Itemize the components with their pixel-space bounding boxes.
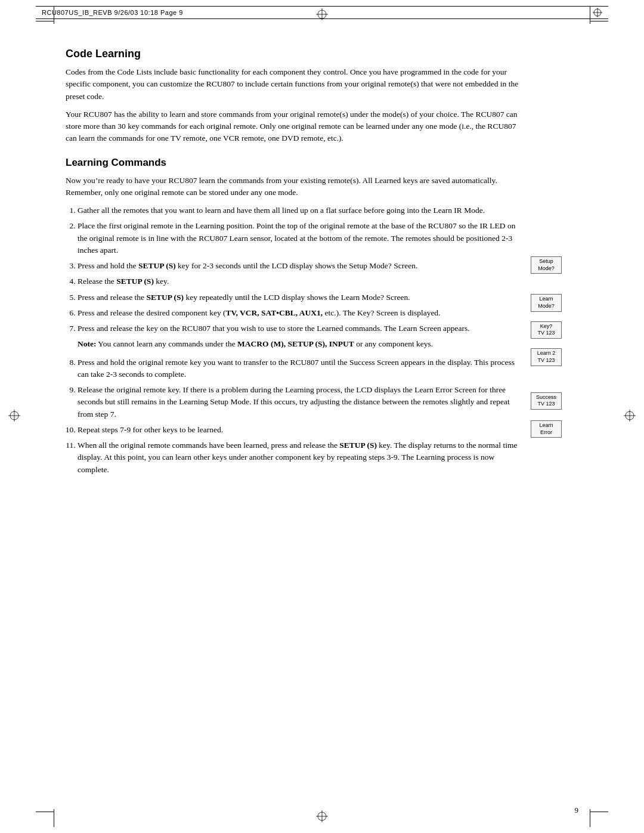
lcd-display-key: Key? TV 123 — [531, 321, 562, 339]
steps-list-continued: Press and hold the original remote key y… — [78, 357, 519, 476]
lcd-learn-mode: Learn Mode? — [531, 294, 578, 314]
step-7: Press and release the key on the RCU807 … — [78, 323, 519, 335]
lcd-display-success: Success TV 123 — [531, 392, 562, 410]
lcd-learn-line1: Learn 2 — [534, 350, 559, 357]
page-content-area: Code Learning Codes from the Code Lists … — [66, 36, 578, 797]
note-paragraph: Note: You cannot learn any commands unde… — [78, 338, 519, 350]
lcd-learn-mode-line1: Learn — [534, 296, 559, 303]
lcd-success-line1: Success — [534, 394, 559, 401]
step-8: Press and hold the original remote key y… — [78, 357, 519, 381]
step-10-text: Repeat steps 7-9 for other keys to be le… — [78, 425, 223, 434]
trim-mark — [36, 812, 54, 812]
lcd-key-line2: TV 123 — [534, 330, 559, 337]
lcd-success-line2: TV 123 — [534, 401, 559, 408]
step-2-text: Place the first original remote in the L… — [78, 221, 515, 255]
lcd-display-learn-mode: Learn Mode? — [531, 294, 562, 311]
step-7-text: Press and release the key on the RCU807 … — [78, 324, 470, 333]
lcd-setup-mode: Setup Mode? — [531, 256, 578, 276]
lcd-key-screen: Key? TV 123 — [531, 321, 578, 341]
lcd-error-line1: Learn — [534, 422, 559, 429]
step-1: Gather all the remotes that you want to … — [78, 205, 519, 216]
learning-commands-heading: Learning Commands — [66, 157, 519, 169]
steps-list: Gather all the remotes that you want to … — [78, 205, 519, 335]
lcd-key-line1: Key? — [534, 323, 559, 330]
trim-mark — [590, 809, 590, 827]
header-bar: RCU807US_IB_REVB 9/26/03 10:18 Page 9 — [36, 6, 608, 19]
step-5-text: Press and release the SETUP (S) key repe… — [78, 293, 410, 302]
step-11-text: When all the original remote commands ha… — [78, 441, 517, 474]
reg-mark-left — [8, 410, 20, 424]
lcd-error-line2: Error — [534, 429, 559, 436]
lcd-display-error: Learn Error — [531, 420, 562, 438]
step-10: Repeat steps 7-9 for other keys to be le… — [78, 424, 519, 436]
step-1-text: Gather all the remotes that you want to … — [78, 206, 485, 215]
page: RCU807US_IB_REVB 9/26/03 10:18 Page 9 Co… — [0, 0, 644, 833]
reg-mark-bottom — [316, 810, 328, 825]
step-9-text: Release the original remote key. If ther… — [78, 385, 510, 419]
sidebar-spacer-1 — [531, 36, 578, 256]
lcd-learn-line2: TV 123 — [534, 357, 559, 364]
lcd-display-setup: Setup Mode? — [531, 256, 562, 274]
lcd-display-learn: Learn 2 TV 123 — [531, 348, 562, 366]
note-label: Note: — [78, 339, 96, 348]
step-9: Release the original remote key. If ther… — [78, 384, 519, 420]
lcd-success-screen: Success TV 123 — [531, 392, 578, 412]
lcd-learn-screen: Learn 2 TV 123 — [531, 348, 578, 368]
step-4: Release the SETUP (S) key. — [78, 275, 519, 287]
step-3-text: Press and hold the SETUP (S) key for 2-3… — [78, 261, 417, 270]
step-8-text: Press and hold the original remote key y… — [78, 358, 515, 379]
step-11: When all the original remote commands ha… — [78, 439, 519, 476]
two-column-layout: Code Learning Codes from the Code Lists … — [66, 36, 578, 482]
lcd-learn-error: Learn Error — [531, 420, 578, 440]
step-5: Press and release the SETUP (S) key repe… — [78, 292, 519, 304]
code-learning-para2: Your RCU807 has the ability to learn and… — [66, 109, 519, 145]
main-text-column: Code Learning Codes from the Code Lists … — [66, 36, 519, 482]
trim-mark — [36, 21, 54, 21]
step-4-text: Release the SETUP (S) key. — [78, 277, 169, 286]
trim-mark — [590, 812, 608, 812]
header-text: RCU807US_IB_REVB 9/26/03 10:18 Page 9 — [42, 9, 183, 16]
step-6: Press and release the desired component … — [78, 307, 519, 319]
step-2: Place the first original remote in the L… — [78, 220, 519, 256]
sidebar-spacer-2 — [531, 281, 578, 294]
trim-mark — [54, 809, 54, 827]
code-learning-heading: Code Learning — [66, 48, 519, 60]
trim-mark — [590, 21, 608, 21]
header-crosshair-icon — [593, 8, 602, 17]
step-3: Press and hold the SETUP (S) key for 2-3… — [78, 260, 519, 272]
lcd-setup-line2: Mode? — [534, 265, 559, 272]
lcd-setup-line1: Setup — [534, 258, 559, 265]
sidebar-column: Setup Mode? Learn Mode? — [531, 36, 578, 482]
lcd-learn-mode-line2: Mode? — [534, 303, 559, 310]
note-text: You cannot learn any commands under the … — [98, 339, 433, 348]
learning-commands-intro: Now you’re ready to have your RCU807 lea… — [66, 175, 519, 199]
page-number: 9 — [575, 806, 579, 815]
sidebar-spacer-5 — [531, 373, 578, 392]
reg-mark-right — [624, 410, 636, 424]
step-6-text: Press and release the desired component … — [78, 308, 441, 317]
code-learning-para1: Codes from the Code Lists include basic … — [66, 66, 519, 103]
